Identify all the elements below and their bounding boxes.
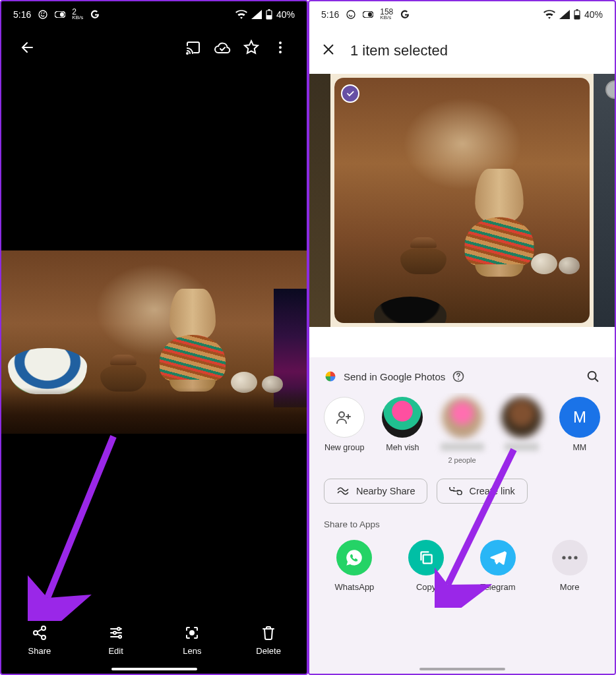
contact-label: MM <box>572 443 586 452</box>
contact-sublabel: 2 people <box>448 456 476 464</box>
cloud-done-icon <box>214 41 231 54</box>
battery-icon <box>574 9 580 20</box>
battery-percent: 40% <box>276 9 295 20</box>
pill-status-icon <box>55 11 65 18</box>
lens-button[interactable]: Lens <box>154 614 231 666</box>
close-button[interactable] <box>321 42 336 59</box>
star-outline-icon <box>243 40 259 55</box>
signal-icon <box>251 10 262 19</box>
chip-label: Create link <box>469 486 514 496</box>
svg-rect-4 <box>268 9 270 11</box>
selection-header: 1 item selected <box>309 28 615 74</box>
contact-item[interactable]: M MM <box>559 397 600 464</box>
share-app-telegram[interactable]: Telegram <box>468 540 528 592</box>
contact-item[interactable]: 2 people <box>441 397 484 464</box>
svg-point-30 <box>574 556 577 559</box>
more-vert-icon <box>272 40 288 55</box>
svg-line-17 <box>47 436 113 598</box>
lens-label: Lens <box>183 646 201 656</box>
contact-label: New group <box>324 443 364 452</box>
edit-label: Edit <box>108 646 123 656</box>
lens-icon <box>184 625 200 641</box>
share-sheet-screen: 5:16 158KB/s 40% 1 item selected <box>308 0 616 675</box>
gesture-bar[interactable] <box>419 668 505 670</box>
svg-point-11 <box>34 631 38 635</box>
back-button[interactable] <box>13 33 42 62</box>
search-contacts-button[interactable] <box>586 369 600 384</box>
copy-icon <box>417 549 435 566</box>
google-photos-icon <box>324 370 337 383</box>
svg-point-15 <box>119 635 121 638</box>
selection-title: 1 item selected <box>350 42 448 59</box>
svg-point-14 <box>113 631 116 634</box>
more-horiz-icon <box>561 555 578 560</box>
close-icon <box>321 42 336 57</box>
photo[interactable] <box>1 250 307 434</box>
whatsapp-icon <box>345 548 363 567</box>
edit-button[interactable]: Edit <box>78 614 154 666</box>
svg-rect-20 <box>368 13 372 17</box>
viewer-top-bar <box>1 28 307 67</box>
contact-item[interactable] <box>501 397 542 464</box>
share-app-more[interactable]: More <box>540 540 600 592</box>
cast-button[interactable] <box>179 33 208 62</box>
app-label: Telegram <box>480 582 515 592</box>
share-app-copy[interactable]: Copy <box>396 540 456 592</box>
network-rate: 2KB/s <box>72 9 83 20</box>
help-icon[interactable] <box>452 370 465 383</box>
create-link-button[interactable]: Create link <box>437 479 527 504</box>
share-app-whatsapp[interactable]: WhatsApp <box>324 540 384 592</box>
telegram-icon <box>489 548 507 567</box>
more-button[interactable] <box>266 33 295 62</box>
share-button[interactable]: Share <box>1 614 78 666</box>
share-sheet: Send in Google Photos New group Meh vish… <box>309 357 615 674</box>
selected-photo-thumb[interactable] <box>334 78 590 323</box>
svg-rect-23 <box>574 15 580 19</box>
svg-rect-22 <box>576 9 578 11</box>
share-label: Share <box>28 646 51 656</box>
status-time: 5:16 <box>13 9 31 20</box>
favorite-button[interactable] <box>237 33 266 62</box>
pill-status-icon <box>363 11 373 18</box>
svg-point-26 <box>339 412 344 417</box>
back-arrow-icon <box>20 40 36 55</box>
avatar: M <box>559 397 600 438</box>
nearby-share-button[interactable]: Nearby Share <box>324 479 427 504</box>
new-group-button[interactable]: New group <box>324 397 365 464</box>
svg-point-16 <box>190 631 194 635</box>
svg-point-8 <box>279 46 282 49</box>
google-status-icon <box>90 9 100 20</box>
status-bar: 5:16 158KB/s 40% <box>309 1 615 28</box>
status-time: 5:16 <box>321 9 339 20</box>
svg-point-7 <box>279 42 282 44</box>
avatar <box>382 397 423 438</box>
contact-item[interactable]: Meh vish <box>382 397 423 464</box>
signal-icon <box>559 10 570 19</box>
tune-icon <box>108 625 124 641</box>
whatsapp-status-icon <box>346 9 356 20</box>
next-photo-thumb[interactable] <box>594 74 615 327</box>
bottom-toolbar: Share Edit Lens Delete <box>1 614 307 674</box>
contact-label: Meh vish <box>386 443 419 452</box>
status-bar: 5:16 2KB/s 40% <box>1 1 307 28</box>
svg-point-6 <box>187 53 188 54</box>
annotation-arrow <box>28 430 127 621</box>
send-in-photos-label: Send in Google Photos <box>344 371 445 382</box>
gesture-bar[interactable] <box>111 668 197 670</box>
delete-button[interactable]: Delete <box>230 614 307 666</box>
svg-point-0 <box>39 11 47 18</box>
share-icon <box>32 625 47 641</box>
contacts-row[interactable]: New group Meh vish 2 people M MM <box>309 393 615 464</box>
prev-photo-thumb[interactable] <box>309 74 330 327</box>
avatar <box>501 397 542 438</box>
contact-label <box>505 443 539 451</box>
backup-button[interactable] <box>208 33 237 62</box>
chip-label: Nearby Share <box>356 486 415 496</box>
share-to-apps-label: Share to Apps <box>309 504 615 536</box>
network-rate: 158KB/s <box>380 9 393 20</box>
app-label: More <box>560 582 580 592</box>
svg-point-28 <box>562 556 565 559</box>
photo-strip[interactable] <box>309 74 615 327</box>
svg-point-12 <box>42 635 46 639</box>
cast-icon <box>185 40 201 55</box>
